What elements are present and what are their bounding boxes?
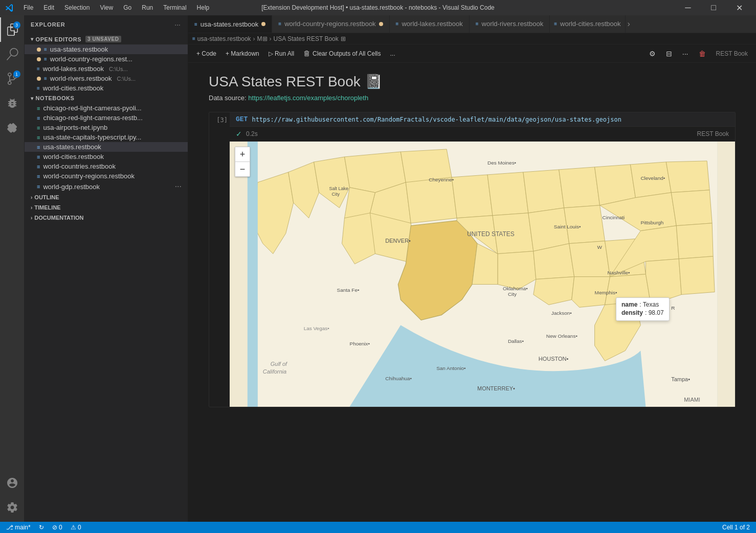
svg-text:Jackson•: Jackson• [551, 310, 572, 316]
tab-world-rivers[interactable]: ≡ world-rivers.restbook [470, 15, 550, 33]
notebooks-more-button[interactable]: ··· [173, 182, 184, 191]
outline-section[interactable]: › OUTLINE [25, 192, 188, 202]
status-sync[interactable]: ↻ [37, 524, 46, 531]
zoom-out-button[interactable]: − [235, 162, 250, 176]
close-button[interactable]: ✕ [727, 0, 751, 15]
menu-run[interactable]: Run [138, 3, 157, 12]
status-branch[interactable]: ⎇ main* [4, 524, 33, 531]
clear-outputs-button[interactable]: Clear Outputs of All Cells [299, 49, 385, 59]
datasource-link[interactable]: https://leafletjs.com/examples/choroplet… [248, 94, 368, 102]
svg-text:Gulf of: Gulf of [271, 361, 287, 367]
nb-chicago-restb[interactable]: ≡ chicago-red-light-cameras-restb... [25, 113, 188, 123]
menu-view[interactable]: View [96, 3, 117, 12]
activity-extensions[interactable] [0, 115, 25, 140]
svg-rect-39 [248, 142, 258, 407]
open-editors-section[interactable]: ▾ OPEN EDITORS 3 UNSAVED [25, 34, 188, 44]
breadcrumb-current[interactable]: USA States REST Book [274, 35, 339, 42]
tooltip-name-row: name : Texas [621, 301, 664, 308]
nb-world-countries[interactable]: ≡ world-countries.restbook [25, 161, 188, 171]
menu-file[interactable]: File [19, 3, 37, 12]
activity-files[interactable]: 3 [0, 17, 25, 42]
nb-usa-airports[interactable]: ≡ usa-airports-net.ipynb [25, 123, 188, 132]
explorer-title: EXPLORER [31, 21, 65, 28]
clear-outputs-label: Clear Outputs of All Cells [313, 50, 381, 57]
nb-world-cities[interactable]: ≡ world-cities.restbook [25, 152, 188, 161]
sidebar-header-actions: ··· [173, 19, 182, 30]
notebook-title: USA States REST Book 📓 [209, 73, 736, 90]
nb-usa-state-capitals[interactable]: ≡ usa-state-capitals-typescript.ipy... [25, 132, 188, 142]
datasource-label: Data source: [209, 94, 247, 102]
svg-text:San Antonio•: San Antonio• [436, 365, 466, 371]
main-container: 3 1 EXPLORER ··· [0, 15, 756, 522]
file-icon: ≡ [37, 85, 40, 91]
warnings-text: ⚠ 0 [71, 524, 81, 531]
run-all-button[interactable]: ▷ Run All [264, 49, 298, 59]
documentation-section[interactable]: › DOCUMENTATION [25, 213, 188, 223]
cell-number: [3] [209, 112, 230, 407]
zoom-in-button[interactable]: + [235, 147, 250, 161]
more-actions-button[interactable]: ··· [678, 48, 693, 59]
menu-selection[interactable]: Selection [60, 3, 94, 12]
file-item-world-rivers[interactable]: ≡ world-rivers.restbook C:\Us... [25, 74, 188, 83]
tab-file-icon: ≡ [396, 21, 399, 27]
activity-source-control[interactable]: 1 [0, 66, 25, 91]
svg-text:UNITED STATES: UNITED STATES [467, 230, 515, 238]
nb-world-gdp[interactable]: ≡ world-gdp.restbook ··· [25, 181, 188, 192]
file-item-world-lakes[interactable]: ≡ world-lakes.restbook C:\Us... [25, 64, 188, 74]
minimize-button[interactable]: ─ [676, 0, 700, 15]
file-item-world-cities[interactable]: ≡ world-cities.restbook [25, 83, 188, 93]
delete-button[interactable]: 🗑 [695, 48, 710, 59]
activity-search[interactable] [0, 42, 25, 66]
activity-bar: 3 1 [0, 15, 25, 522]
menu-edit[interactable]: Edit [39, 3, 58, 12]
cell-body: GET https://raw.githubusercontent.com/Ra… [230, 112, 735, 407]
svg-marker-25 [569, 241, 610, 277]
map-zoom-controls: + − [235, 147, 250, 177]
activity-settings[interactable] [0, 495, 25, 520]
nb-usa-states[interactable]: ≡ usa-states.restbook [25, 142, 188, 152]
add-markdown-button[interactable]: + Markdown [221, 49, 263, 59]
activity-debug[interactable] [0, 91, 25, 115]
file-icon: ≡ [37, 66, 40, 72]
notebooks-section[interactable]: ▾ NOTEBOOKS [25, 93, 188, 103]
file-icon: ≡ [44, 76, 47, 81]
tab-world-cities[interactable]: ≡ world-cities.restbook [550, 15, 625, 33]
split-editor-button[interactable]: ⊟ [662, 48, 676, 59]
nb-chicago-pyoli[interactable]: ≡ chicago-red-light-cameras-pyoli... [25, 103, 188, 113]
add-code-button[interactable]: + Code [192, 49, 220, 59]
activity-account[interactable] [0, 471, 25, 495]
breadcrumb-section[interactable]: M⊞ [257, 35, 268, 42]
menu-go[interactable]: Go [119, 3, 136, 12]
tab-scroll-right[interactable]: › [626, 19, 632, 29]
status-errors[interactable]: ⊘ 0 [50, 524, 64, 531]
maximize-button[interactable]: □ [702, 0, 725, 15]
breadcrumb-file[interactable]: usa-states.restbook [197, 35, 251, 42]
tab-world-lakes[interactable]: ≡ world-lakes.restbook [390, 15, 470, 33]
tab-world-country-regions[interactable]: ≡ world-country-regions.restbook [272, 15, 389, 33]
menu-help[interactable]: Help [193, 3, 214, 12]
timeline-section[interactable]: › TIMELINE [25, 202, 188, 213]
svg-text:MIAMI: MIAMI [684, 397, 700, 403]
nb-icon: ≡ [37, 144, 40, 150]
file-item-usa-states[interactable]: ≡ usa-states.restbook [25, 44, 188, 54]
settings-icon-button[interactable]: ⚙ [645, 48, 660, 59]
tab-usa-states[interactable]: ≡ usa-states.restbook [188, 15, 272, 33]
cell-header: GET https://raw.githubusercontent.com/Ra… [230, 112, 735, 126]
menu-terminal[interactable]: Terminal [159, 3, 190, 12]
nb-world-country-regions[interactable]: ≡ world-country-regions.restbook [25, 171, 188, 181]
status-left: ⎇ main* ↻ ⊘ 0 ⚠ 0 [4, 524, 83, 531]
branch-icon: ⎇ [6, 524, 13, 531]
sidebar: EXPLORER ··· ▾ OPEN EDITORS 3 UNSAVED ≡ … [25, 15, 188, 522]
rest-book-label: REST Book [712, 50, 752, 57]
status-warnings[interactable]: ⚠ 0 [69, 524, 83, 531]
sidebar-more-button[interactable]: ··· [173, 19, 182, 30]
svg-text:W: W [597, 244, 603, 250]
svg-text:DENVER•: DENVER• [385, 238, 411, 244]
notebooks-label: NOTEBOOKS [36, 95, 75, 101]
svg-text:Des Moines•: Des Moines• [487, 160, 517, 166]
status-cell-info[interactable]: Cell 1 of 2 [720, 524, 752, 531]
toolbar-more-button[interactable]: ... [386, 49, 399, 59]
tab-label: world-rivers.restbook [482, 20, 544, 28]
cell-result-label: REST Book [697, 130, 729, 137]
file-item-world-country-regions[interactable]: ≡ world-country-regions.rest... [25, 54, 188, 64]
